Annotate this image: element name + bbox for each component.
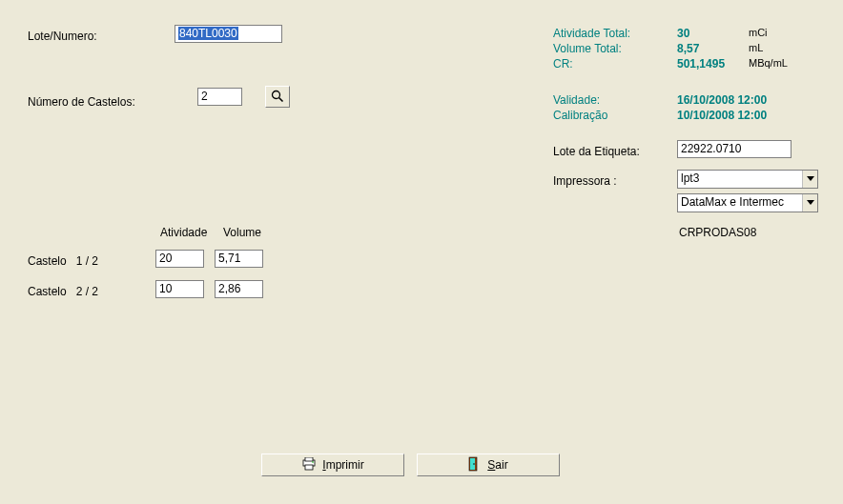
validade-value: 16/10/2008 12:00 — [677, 93, 767, 107]
cr-label: CR: — [553, 57, 573, 71]
atividade-input-2[interactable]: 10 — [155, 280, 204, 298]
imprimir-button-label: Imprimir — [322, 458, 363, 472]
volume-input-2[interactable]: 2,86 — [215, 280, 263, 298]
impressora-select[interactable]: lpt3 — [677, 170, 818, 189]
volume-input-1[interactable]: 5,71 — [215, 250, 263, 268]
numero-castelos-input[interactable]: 2 — [197, 88, 242, 106]
impressora-label: Impressora : — [553, 174, 617, 188]
imprimir-button[interactable]: Imprimir — [261, 454, 404, 476]
svg-point-8 — [474, 463, 476, 465]
calibracao-label: Calibração — [553, 109, 607, 122]
svg-point-5 — [313, 461, 315, 463]
volume-total-label: Volume Total: — [553, 42, 622, 55]
printer-icon — [301, 457, 317, 474]
lote-numero-label: Lote/Numero: — [28, 30, 97, 43]
chevron-down-icon — [802, 194, 817, 212]
validade-label: Validade: — [553, 93, 600, 107]
atividade-input-1[interactable]: 20 — [155, 250, 204, 268]
atividade-total-value: 30 — [677, 27, 689, 40]
col-volume-header: Volume — [223, 226, 261, 239]
castelo-row-label: Castelo 1 / 2 — [28, 254, 98, 268]
search-button[interactable] — [265, 86, 290, 108]
cr-unit: MBq/mL — [749, 57, 788, 69]
svg-point-0 — [273, 91, 280, 98]
driver-select-value: DataMax e Intermec — [681, 195, 784, 209]
svg-line-1 — [279, 97, 283, 101]
lote-etiqueta-input[interactable]: 22922.0710 — [677, 140, 792, 158]
volume-total-unit: mL — [749, 42, 763, 53]
lote-numero-input[interactable]: 840TL0030 — [175, 25, 282, 43]
impressora-select-value: lpt3 — [681, 171, 699, 185]
chevron-down-icon — [802, 171, 817, 188]
numero-castelos-label: Número de Castelos: — [28, 95, 135, 109]
atividade-total-unit: mCi — [749, 27, 768, 38]
svg-rect-3 — [305, 457, 313, 461]
col-atividade-header: Atividade — [160, 226, 207, 239]
sair-button-label: Sair — [487, 458, 507, 472]
magnifier-icon — [271, 90, 284, 105]
sair-button[interactable]: Sair — [417, 454, 560, 476]
cr-value: 501,1495 — [677, 57, 725, 71]
volume-total-value: 8,57 — [677, 42, 699, 55]
exit-door-icon — [468, 456, 482, 474]
castelo-row-label: Castelo 2 / 2 — [28, 285, 98, 298]
svg-rect-4 — [305, 465, 313, 470]
driver-select[interactable]: DataMax e Intermec — [677, 193, 818, 212]
lote-numero-value: 840TL0030 — [178, 27, 238, 40]
calibracao-value: 10/10/2008 12:00 — [677, 109, 767, 122]
host-label: CRPRODAS08 — [679, 226, 756, 239]
lote-etiqueta-label: Lote da Etiqueta: — [553, 145, 640, 158]
atividade-total-label: Atividade Total: — [553, 27, 630, 40]
